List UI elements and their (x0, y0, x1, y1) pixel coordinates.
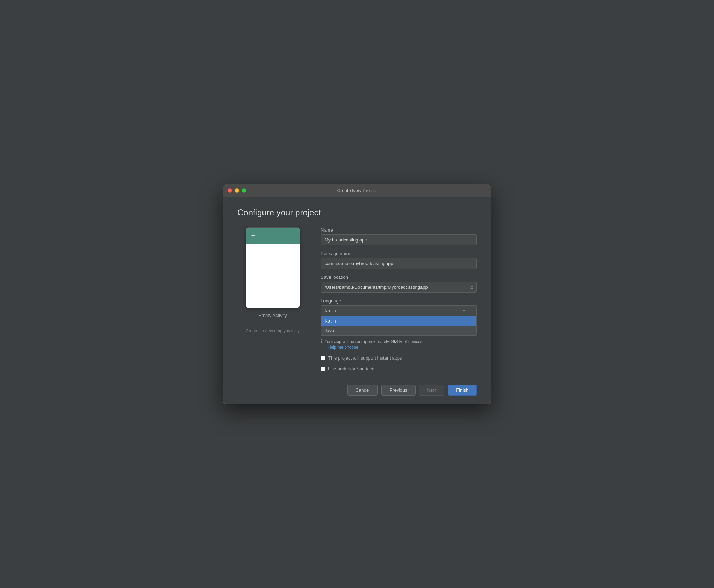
left-panel: ← Empty Activity Creates a new empty act… (237, 227, 308, 372)
info-text-suffix: of devices. (402, 339, 424, 344)
instant-apps-row: This project will support instant apps (321, 355, 477, 361)
maximize-button[interactable] (242, 188, 246, 193)
save-location-field-group: Save location 🗂 (321, 275, 477, 293)
language-label: Language (321, 298, 477, 304)
phone-toolbar: ← (246, 228, 300, 244)
minimize-button[interactable] (235, 188, 239, 193)
name-field-group: Name (321, 227, 477, 245)
androidx-row: Use androidx.* artifacts (321, 366, 477, 372)
language-dropdown-display[interactable]: Kotlin ▼ (321, 305, 477, 316)
language-field-group: Language Kotlin ▼ Kotlin Java (321, 298, 477, 316)
main-layout: ← Empty Activity Creates a new empty act… (237, 227, 477, 372)
window-title: Create New Project (337, 188, 377, 193)
close-button[interactable] (228, 188, 232, 193)
instant-apps-checkbox[interactable] (321, 356, 325, 360)
androidx-label: Use androidx.* artifacts (328, 366, 375, 372)
info-text: Your app will run on approximately 99.6%… (325, 338, 424, 345)
chevron-down-icon: ▼ (462, 309, 466, 313)
info-icon: ℹ (321, 338, 322, 344)
help-me-choose-link[interactable]: Help me choose (328, 345, 477, 350)
language-dropdown[interactable]: Kotlin ▼ Kotlin Java (321, 305, 477, 316)
main-window: Create New Project Configure your projec… (223, 184, 491, 404)
package-input[interactable] (321, 258, 477, 269)
language-selected-value: Kotlin (325, 308, 336, 313)
page-title: Configure your project (237, 208, 477, 218)
language-dropdown-list: Kotlin Java (321, 316, 477, 336)
back-arrow-icon: ← (250, 232, 256, 239)
instant-apps-label: This project will support instant apps (328, 355, 402, 361)
name-label: Name (321, 227, 477, 233)
traffic-lights (228, 188, 246, 193)
right-panel: Name Package name Save location 🗂 (321, 227, 477, 372)
name-input[interactable] (321, 234, 477, 245)
folder-icon[interactable]: 🗂 (469, 284, 474, 290)
info-bold-text: 99.6% (390, 339, 402, 344)
finish-button[interactable]: Finish (448, 385, 477, 396)
info-row: ℹ Your app will run on approximately 99.… (321, 338, 477, 345)
phone-body (246, 244, 300, 308)
language-option-kotlin[interactable]: Kotlin (321, 316, 476, 326)
package-field-group: Package name (321, 251, 477, 269)
package-label: Package name (321, 251, 477, 256)
next-button[interactable]: Next (419, 385, 445, 396)
activity-desc: Creates a new empty activity (246, 329, 299, 333)
window-content: Configure your project ← Empty Activity … (223, 197, 491, 404)
footer: Cancel Previous Next Finish (237, 379, 477, 396)
androidx-checkbox[interactable] (321, 367, 325, 371)
info-container: ℹ Your app will run on approximately 99.… (321, 338, 477, 350)
activity-label: Empty Activity (259, 313, 287, 318)
info-text-prefix: Your app will run on approximately (325, 339, 390, 344)
previous-button[interactable]: Previous (381, 385, 416, 396)
language-option-java[interactable]: Java (321, 326, 476, 335)
save-location-input[interactable] (321, 282, 477, 293)
save-location-input-wrapper: 🗂 (321, 282, 477, 293)
cancel-button[interactable]: Cancel (347, 385, 378, 396)
save-location-label: Save location (321, 275, 477, 280)
titlebar: Create New Project (223, 184, 491, 197)
phone-mockup: ← (246, 227, 300, 308)
